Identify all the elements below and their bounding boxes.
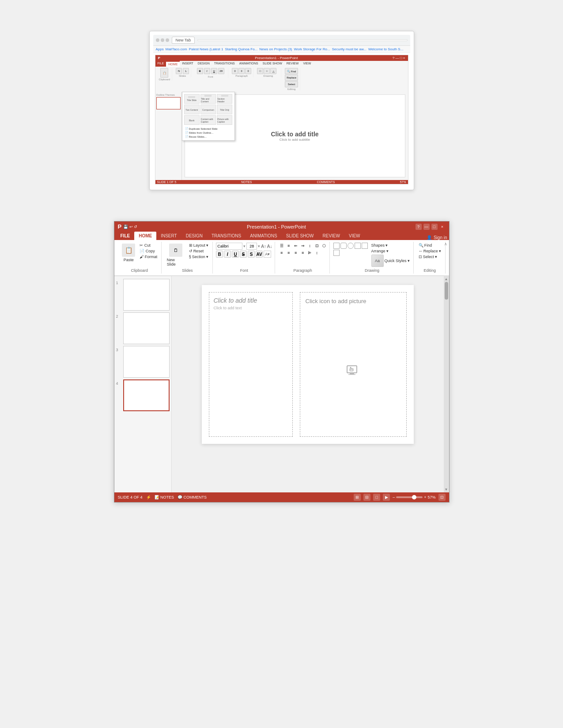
shape-star[interactable] <box>333 250 340 256</box>
inner-tab-slideshow[interactable]: SLIDE SHOW <box>261 61 284 67</box>
ppt-close-btn[interactable]: × <box>439 224 446 230</box>
inner-bold-btn[interactable]: B <box>197 68 203 74</box>
align-center-btn[interactable]: ≡ <box>286 250 292 256</box>
bookmark-projects[interactable]: News on Projects (3) <box>259 47 292 51</box>
quick-styles-btn[interactable]: Aa Quick Styles ▾ <box>370 254 411 267</box>
section-btn[interactable]: § Section ▾ <box>188 254 210 259</box>
inner-align-right[interactable]: ≡ <box>245 68 251 74</box>
inner-fontsize-box[interactable]: 28 <box>218 68 224 74</box>
inner-layout-comparison[interactable]: Comparison <box>200 105 216 114</box>
tab-transitions[interactable]: TRANSITIONS <box>207 232 246 240</box>
tab-file[interactable]: FILE <box>116 232 135 240</box>
bookmark-mailtaco[interactable]: MailTaco.com <box>166 47 187 51</box>
shape-triangle[interactable] <box>355 243 361 249</box>
decrease-indent-btn[interactable]: ⇐ <box>293 243 299 249</box>
inner-shape-1[interactable]: □ <box>257 68 263 74</box>
slide-right-pane[interactable]: Click icon to add picture <box>300 292 407 437</box>
inner-tab-home[interactable]: HOME <box>166 61 180 67</box>
inner-tab-file[interactable]: FILE <box>155 61 166 67</box>
columns-btn[interactable]: ⫸ <box>307 250 313 256</box>
tab-review[interactable]: REVIEW <box>318 232 344 240</box>
bookmark-work-storage[interactable]: Work Storage For Ro... <box>294 47 330 51</box>
slideshow-btn[interactable]: ▶ <box>383 494 390 501</box>
tab-slideshow[interactable]: SLIDE SHOW <box>282 232 318 240</box>
shapes-dropdown-btn[interactable]: Shapes ▾ <box>370 243 411 248</box>
align-text-btn[interactable]: ⊡ <box>314 243 320 249</box>
font-name-input[interactable] <box>216 243 242 250</box>
format-painter-btn[interactable]: 🖌 Format <box>138 254 159 259</box>
canvas-scrollbar[interactable]: ▲ ▼ <box>444 276 449 492</box>
shape-oval[interactable] <box>348 243 354 249</box>
inner-shape-3[interactable]: △ <box>270 68 276 74</box>
font-color-btn[interactable]: A▾ <box>264 251 271 258</box>
underline-btn[interactable]: U <box>232 251 239 258</box>
ribbon-expand-btn[interactable]: ∧ <box>444 242 447 246</box>
comments-btn[interactable]: 💬 COMMENTS <box>178 495 207 499</box>
text-direction-btn[interactable]: ↕ <box>307 243 313 249</box>
arrange-btn[interactable]: Arrange ▾ <box>370 248 411 254</box>
inner-align-left[interactable]: ≡ <box>232 68 238 74</box>
new-slide-button[interactable]: 🗒 New Slide <box>165 243 186 267</box>
inner-replace-btn[interactable]: Replace <box>285 75 298 81</box>
fit-window-btn[interactable]: ⊡ <box>438 494 446 501</box>
ppt-help-btn[interactable]: ? <box>416 224 422 230</box>
inner-layout-title-slide[interactable]: Title Slide <box>184 94 200 104</box>
bookmark-welcome[interactable]: Welcome to South S... <box>368 47 403 51</box>
ppt-minimize-btn[interactable]: — <box>423 224 430 230</box>
char-spacing-btn[interactable]: AV <box>256 251 263 258</box>
copy-btn[interactable]: 📄 Copy <box>138 248 159 254</box>
slide-thumb-4[interactable] <box>123 379 170 411</box>
reading-view-btn[interactable]: □ <box>373 494 380 501</box>
zoom-slider[interactable] <box>396 496 423 498</box>
shape-rect[interactable] <box>333 243 340 249</box>
inner-select-btn[interactable]: Select <box>285 81 298 87</box>
slide-thumb-3[interactable] <box>123 346 170 378</box>
line-spacing-btn[interactable]: ↕ <box>314 250 320 256</box>
font-size-input[interactable] <box>246 243 257 250</box>
slide-sorter-btn[interactable]: ⊟ <box>363 494 370 501</box>
inner-menu-duplicate[interactable]: 📄 Duplicate Selected Slide <box>184 127 233 131</box>
justify-btn[interactable]: ≡ <box>300 250 306 256</box>
inner-tab-design[interactable]: DESIGN <box>196 61 212 67</box>
browser-address-bar[interactable] <box>197 39 407 41</box>
ppt-maximize-btn[interactable]: □ <box>431 224 438 230</box>
slide-thumb-1[interactable] <box>123 279 170 311</box>
inner-thumb-1[interactable] <box>156 97 181 109</box>
inner-menu-outline[interactable]: 📄 Slides from Outline... <box>184 131 233 135</box>
select-btn[interactable]: ⊡ Select ▾ <box>417 254 442 259</box>
inner-layout-section-header[interactable]: Section Header <box>217 94 232 104</box>
signin-area[interactable]: 👤 Sign in <box>427 235 447 240</box>
inner-tab-review[interactable]: REVIEW <box>284 61 301 67</box>
inner-layout-content-caption[interactable]: Content with Caption <box>200 115 216 125</box>
slide-left-pane[interactable]: Click to add title Click to add text <box>209 292 293 437</box>
decrease-font-btn[interactable]: A↓ <box>267 244 272 249</box>
find-btn[interactable]: 🔍 Find <box>417 243 442 248</box>
inner-italic-btn[interactable]: I <box>204 68 210 74</box>
smartart-btn[interactable]: ⬡ <box>321 243 327 249</box>
inner-tab-view[interactable]: VIEW <box>301 61 313 67</box>
scrollbar-thumb[interactable] <box>445 282 448 300</box>
tab-design[interactable]: DESIGN <box>181 232 207 240</box>
tab-insert[interactable]: INSERT <box>156 232 181 240</box>
bookmark-security[interactable]: Security must be aw... <box>332 47 367 51</box>
reset-btn[interactable]: ↺ Reset <box>188 248 210 254</box>
replace-btn[interactable]: ↔ Replace ▾ <box>417 248 442 254</box>
zoom-in-btn[interactable]: + <box>424 495 426 499</box>
scroll-up-btn[interactable]: ▲ <box>445 277 448 281</box>
inner-new-slide-btn[interactable]: N <box>176 68 182 74</box>
paste-button[interactable]: 📋 Paste <box>120 243 137 263</box>
shape-rounded-rect[interactable] <box>340 243 347 249</box>
bookmark-quinoa[interactable]: Starting Quinoa Fo... <box>225 47 257 51</box>
numbering-btn[interactable]: ≡ <box>286 243 292 249</box>
inner-layout-btn[interactable]: L <box>183 68 189 74</box>
inner-layout-title-only[interactable]: Title Only <box>217 105 232 114</box>
inner-paste-btn[interactable]: 📋 <box>160 68 168 78</box>
italic-btn[interactable]: I <box>224 251 231 258</box>
normal-view-btn[interactable]: ⊞ <box>354 494 361 501</box>
increase-indent-btn[interactable]: ⇒ <box>300 243 306 249</box>
inner-layout-two-content[interactable]: Two Content <box>184 105 200 114</box>
zoom-out-btn[interactable]: – <box>393 495 395 499</box>
increase-font-btn[interactable]: A↑ <box>261 244 266 249</box>
bold-btn[interactable]: B <box>216 251 223 258</box>
inner-shape-2[interactable]: ○ <box>264 68 270 74</box>
